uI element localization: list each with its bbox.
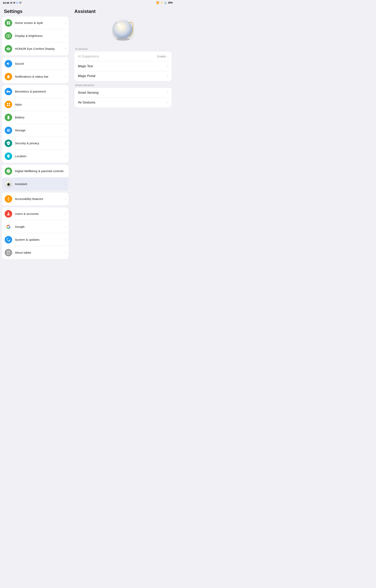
ai-suggestions-label: AI Suggestions bbox=[78, 55, 157, 58]
svg-rect-1 bbox=[9, 21, 10, 23]
settings-item-storage[interactable]: Storage › bbox=[2, 124, 69, 137]
digital-wellbeing-icon bbox=[5, 167, 12, 175]
assistant-chevron: › bbox=[65, 182, 66, 186]
assistant-item-magic-text[interactable]: Magic Text › bbox=[74, 61, 172, 71]
status-right: 📶 ⚡ 📡 35% bbox=[156, 1, 173, 4]
users-chevron: › bbox=[65, 212, 66, 216]
notifications-icon bbox=[5, 73, 12, 80]
assistant-icon: ◉ bbox=[5, 180, 12, 188]
settings-item-apps[interactable]: Apps › bbox=[2, 98, 69, 111]
ai-services-label: AI services bbox=[75, 47, 171, 50]
status-icon-signal: 📶 bbox=[156, 1, 159, 4]
google-label: Google bbox=[15, 225, 65, 229]
settings-item-assistant[interactable]: ◉ Assistant › bbox=[2, 178, 69, 191]
assistant-item-air-gestures[interactable]: Air Gestures › bbox=[74, 98, 172, 107]
settings-item-display[interactable]: Display & brightness › bbox=[2, 29, 69, 42]
status-bar: 13:44 ⊟ M G 🛡 📶 ⚡ 📡 35% bbox=[0, 0, 176, 5]
magic-text-label: Magic Text bbox=[78, 64, 167, 68]
magic-portal-label: Magic Portal bbox=[78, 74, 167, 78]
honor-eye-label: HONOR Eye Comfort Display bbox=[15, 47, 65, 51]
settings-item-google[interactable]: Google › bbox=[2, 220, 69, 233]
card-group-accounts: Users & accounts › Google › bbox=[2, 207, 69, 259]
digital-wellbeing-label: Digital Wellbeing & parental controls bbox=[15, 169, 65, 173]
status-battery-percent: 35% bbox=[168, 1, 173, 4]
settings-item-biometrics[interactable]: Biometrics & password › bbox=[2, 85, 69, 98]
about-chevron: › bbox=[65, 251, 66, 254]
settings-item-users[interactable]: Users & accounts › bbox=[2, 207, 69, 220]
card-group-wellbeing: Digital Wellbeing & parental controls › … bbox=[2, 165, 69, 191]
svg-rect-7 bbox=[7, 103, 8, 104]
status-icon-mail: M bbox=[13, 1, 15, 4]
storage-label: Storage bbox=[15, 128, 65, 132]
users-icon bbox=[5, 210, 12, 218]
settings-item-home-screen[interactable]: Home screen & style › bbox=[2, 16, 69, 29]
settings-item-battery[interactable]: Battery › bbox=[2, 111, 69, 124]
status-icon-g: G bbox=[16, 1, 18, 4]
sound-icon bbox=[5, 60, 12, 67]
battery-label: Battery bbox=[15, 116, 65, 119]
settings-item-accessibility[interactable]: Accessibility features › bbox=[2, 192, 69, 205]
biometrics-icon bbox=[5, 88, 12, 95]
assistant-item-ai-suggestions[interactable]: AI Suggestions Enable › bbox=[74, 52, 172, 61]
google-chevron: › bbox=[65, 225, 66, 229]
settings-item-digital-wellbeing[interactable]: Digital Wellbeing & parental controls › bbox=[2, 165, 69, 178]
google-icon bbox=[5, 223, 12, 231]
settings-item-system[interactable]: System & updates › bbox=[2, 233, 69, 246]
settings-item-sound[interactable]: Sound › bbox=[2, 57, 69, 70]
digital-wellbeing-chevron: › bbox=[65, 169, 66, 173]
status-time: 13:44 bbox=[3, 1, 9, 4]
svg-rect-2 bbox=[7, 23, 8, 24]
settings-item-honor-eye[interactable]: HONOR Eye Comfort Display › bbox=[2, 42, 69, 55]
display-label: Display & brightness bbox=[15, 34, 65, 38]
svg-point-17 bbox=[116, 23, 124, 29]
accessibility-chevron: › bbox=[65, 197, 66, 201]
display-icon bbox=[5, 32, 12, 40]
settings-item-location[interactable]: Location › bbox=[2, 150, 69, 163]
smart-sensing-label: Smart Sensing bbox=[78, 91, 167, 95]
security-icon bbox=[5, 139, 12, 147]
home-screen-label: Home screen & style bbox=[15, 21, 65, 25]
settings-item-notifications[interactable]: Notifications & status bar › bbox=[2, 70, 69, 83]
svg-rect-10 bbox=[9, 105, 10, 106]
settings-panel: Settings Home screen & style › Display &… bbox=[0, 5, 71, 274]
apps-label: Apps bbox=[15, 103, 65, 107]
notifications-chevron: › bbox=[65, 75, 66, 78]
svg-rect-3 bbox=[9, 23, 10, 24]
accessibility-icon bbox=[5, 195, 12, 203]
svg-point-16 bbox=[114, 20, 132, 38]
card-group-accessibility: Accessibility features › bbox=[2, 192, 69, 205]
display-chevron: › bbox=[65, 34, 66, 38]
magic-portal-chevron: › bbox=[167, 74, 168, 78]
settings-item-about[interactable]: About tablet › bbox=[2, 246, 69, 259]
status-icon-wifi: 📡 bbox=[164, 1, 167, 4]
assistant-orb-container bbox=[74, 18, 172, 42]
system-icon bbox=[5, 236, 12, 243]
honor-eye-chevron: › bbox=[65, 47, 66, 51]
smart-sensing-chevron: › bbox=[167, 91, 168, 95]
security-chevron: › bbox=[65, 141, 66, 145]
assistant-item-magic-portal[interactable]: Magic Portal › bbox=[74, 71, 172, 81]
magic-text-chevron: › bbox=[167, 64, 168, 68]
honor-eye-icon bbox=[5, 45, 12, 53]
ai-services-card: AI Suggestions Enable › Magic Text › Mag… bbox=[74, 52, 172, 81]
system-label: System & updates bbox=[15, 238, 65, 242]
settings-item-security[interactable]: Security & privacy › bbox=[2, 137, 69, 150]
location-chevron: › bbox=[65, 154, 66, 158]
battery-chevron: › bbox=[65, 116, 66, 119]
storage-icon bbox=[5, 127, 12, 134]
smart-interaction-card: Smart Sensing › Air Gestures › bbox=[74, 88, 172, 107]
biometrics-chevron: › bbox=[65, 90, 66, 93]
card-group-sound: Sound › Notifications & status bar › bbox=[2, 57, 69, 83]
users-label: Users & accounts bbox=[15, 212, 65, 216]
assistant-item-smart-sensing[interactable]: Smart Sensing › bbox=[74, 88, 172, 98]
about-label: About tablet bbox=[15, 251, 65, 255]
home-screen-chevron: › bbox=[65, 21, 66, 25]
about-icon bbox=[5, 249, 12, 256]
smart-interaction-label: Smart interaction bbox=[75, 84, 171, 87]
apps-chevron: › bbox=[65, 103, 66, 106]
status-left: 13:44 ⊟ M G 🛡 bbox=[3, 1, 21, 4]
settings-title: Settings bbox=[2, 5, 69, 16]
air-gestures-chevron: › bbox=[167, 101, 168, 104]
home-screen-icon bbox=[5, 19, 12, 27]
location-label: Location bbox=[15, 154, 65, 158]
